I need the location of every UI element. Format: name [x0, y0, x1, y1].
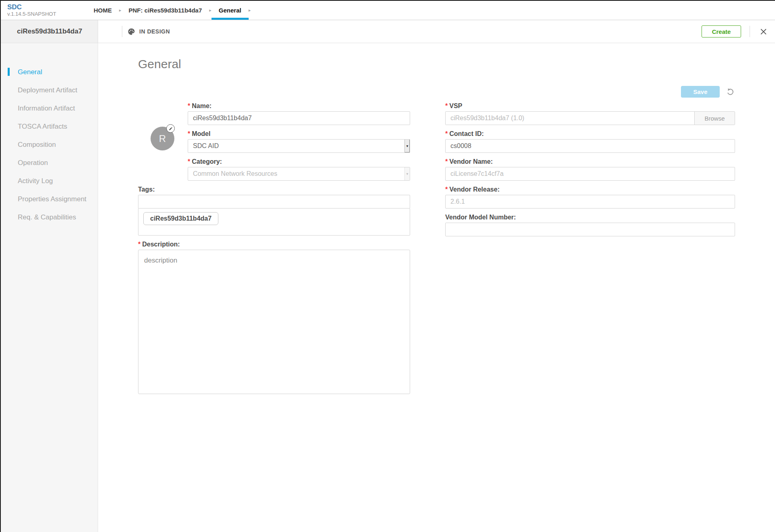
entity-header-main: IN DESIGN Create	[98, 20, 775, 43]
palette-icon	[128, 28, 135, 35]
category-label: *Category:	[188, 159, 410, 165]
vendor-model-number-label: Vendor Model Number:	[445, 214, 735, 221]
entity-header: ciRes59d3b11b4da7 IN DESIGN Create	[1, 20, 775, 43]
vendor-name-label: *Vendor Name:	[445, 159, 735, 165]
avatar-edit-button[interactable]	[166, 124, 175, 133]
divider	[122, 26, 122, 37]
description-label: *Description:	[138, 241, 410, 248]
vendor-release-label: *Vendor Release:	[445, 186, 735, 193]
required-marker: *	[188, 158, 190, 165]
app-logo-version: v.1.14.5-SNAPSHOT	[7, 11, 61, 17]
sidebar-item-properties-assignment[interactable]: Properties Assignment	[1, 190, 98, 208]
tags-chips-container: ciRes59d3b11b4da7	[138, 208, 410, 236]
sidebar-item-operation[interactable]: Operation	[1, 154, 98, 172]
required-marker: *	[188, 130, 190, 137]
app-logo: SDC v.1.14.5-SNAPSHOT	[1, 1, 61, 20]
breadcrumb-pnf-label: PNF: ciRes59d3b11b4da7	[129, 7, 202, 14]
sidebar-item-req-capabilities[interactable]: Req. & Capabilities	[1, 208, 98, 226]
breadcrumb-home[interactable]: HOME	[86, 1, 119, 20]
description-textarea[interactable]: description	[138, 250, 410, 394]
required-marker: *	[445, 158, 448, 165]
refresh-icon	[726, 92, 735, 98]
app-logo-title: SDC	[7, 3, 61, 11]
name-input[interactable]	[188, 111, 410, 125]
name-label: *Name:	[188, 103, 410, 109]
sidebar-item-label: Req. & Capabilities	[18, 213, 76, 221]
contact-id-label: *Contact ID:	[445, 131, 735, 137]
entity-name: ciRes59d3b11b4da7	[17, 27, 82, 35]
vendor-name-input[interactable]	[445, 167, 735, 181]
sidebar-item-information-artifact[interactable]: Information Artifact	[1, 99, 98, 117]
chevron-down-icon: ▼	[404, 167, 410, 180]
vendor-model-number-input[interactable]	[445, 223, 735, 236]
vsp-field: Browse	[445, 111, 735, 125]
status-badge: IN DESIGN	[139, 28, 170, 35]
model-label: *Model	[188, 131, 410, 137]
breadcrumb-arrow-icon: ▸	[249, 1, 251, 20]
tag-chip: ciRes59d3b11b4da7	[143, 212, 218, 225]
page-title: General	[138, 57, 735, 71]
chevron-down-icon: ▼	[404, 140, 410, 152]
required-marker: *	[445, 186, 448, 193]
sidebar: General Deployment Artifact Information …	[1, 43, 98, 532]
refresh-button[interactable]	[726, 87, 735, 96]
sidebar-item-label: Deployment Artifact	[18, 86, 77, 94]
required-marker: *	[188, 102, 190, 109]
tags-input[interactable]	[138, 195, 410, 209]
top-bar: SDC v.1.14.5-SNAPSHOT HOME ▸ PNF: ciRes5…	[1, 1, 775, 20]
vsp-label: *VSP	[445, 103, 735, 109]
close-icon	[760, 30, 767, 36]
sidebar-item-label: TOSCA Artifacts	[18, 123, 67, 131]
sidebar-item-composition[interactable]: Composition	[1, 136, 98, 154]
category-select-value: Common Network Resources	[188, 167, 404, 180]
breadcrumb-general-tab[interactable]: General	[212, 1, 249, 20]
main-content: General Save	[98, 43, 775, 532]
model-select-value: SDC AID	[188, 140, 404, 152]
sidebar-item-label: Properties Assignment	[18, 195, 86, 203]
breadcrumb-general-label: General	[219, 7, 241, 14]
required-marker: *	[445, 102, 448, 109]
sidebar-item-general[interactable]: General	[1, 63, 98, 81]
breadcrumb-home-label: HOME	[94, 7, 112, 14]
browse-button[interactable]: Browse	[694, 112, 735, 125]
required-marker: *	[445, 130, 448, 137]
close-button[interactable]	[758, 27, 769, 37]
contact-id-input[interactable]	[445, 139, 735, 153]
sidebar-item-label: Composition	[18, 141, 56, 149]
sidebar-item-tosca-artifacts[interactable]: TOSCA Artifacts	[1, 117, 98, 136]
sidebar-item-label: Operation	[18, 159, 48, 167]
category-select[interactable]: Common Network Resources ▼	[188, 167, 410, 181]
sidebar-item-activity-log[interactable]: Activity Log	[1, 172, 98, 190]
sidebar-item-label: Information Artifact	[18, 104, 75, 113]
vsp-input[interactable]	[446, 112, 694, 125]
save-button[interactable]: Save	[681, 86, 720, 98]
divider	[750, 26, 750, 37]
pencil-icon	[169, 127, 173, 131]
required-marker: *	[138, 241, 140, 248]
vendor-release-input[interactable]	[445, 195, 735, 209]
entity-name-panel: ciRes59d3b11b4da7	[1, 20, 98, 43]
breadcrumb: HOME ▸ PNF: ciRes59d3b11b4da7 ▸ General …	[86, 1, 251, 20]
sidebar-item-label: General	[18, 68, 42, 76]
avatar-letter: R	[159, 133, 166, 144]
active-indicator	[8, 68, 10, 76]
create-button[interactable]: Create	[702, 25, 741, 38]
model-select[interactable]: SDC AID ▼	[188, 139, 410, 153]
app-window: SDC v.1.14.5-SNAPSHOT HOME ▸ PNF: ciRes5…	[0, 0, 775, 532]
sidebar-item-label: Activity Log	[18, 177, 53, 185]
sidebar-item-deployment-artifact[interactable]: Deployment Artifact	[1, 81, 98, 99]
breadcrumb-pnf[interactable]: PNF: ciRes59d3b11b4da7	[121, 1, 209, 20]
lifecycle-status: IN DESIGN	[128, 28, 170, 35]
tags-label: Tags:	[138, 186, 410, 193]
